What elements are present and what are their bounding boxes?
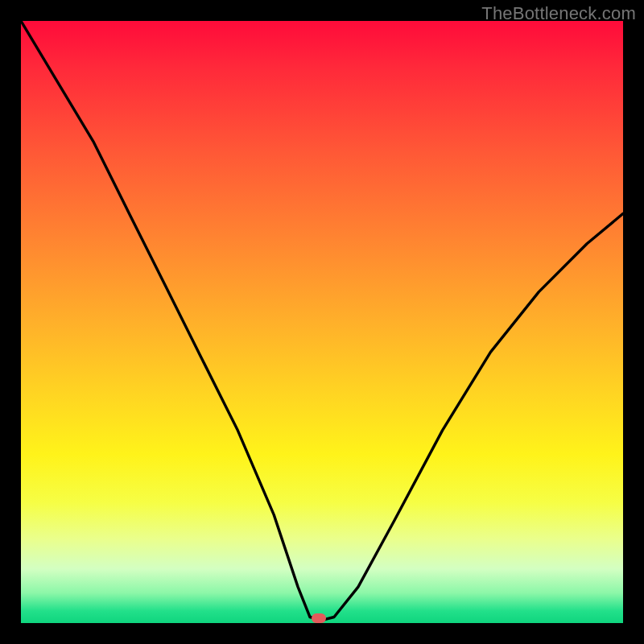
plot-area [21, 21, 623, 623]
curve-line [21, 21, 623, 620]
optimum-marker [312, 613, 326, 623]
chart-frame: TheBottleneck.com [0, 0, 644, 644]
bottleneck-curve [21, 21, 623, 623]
